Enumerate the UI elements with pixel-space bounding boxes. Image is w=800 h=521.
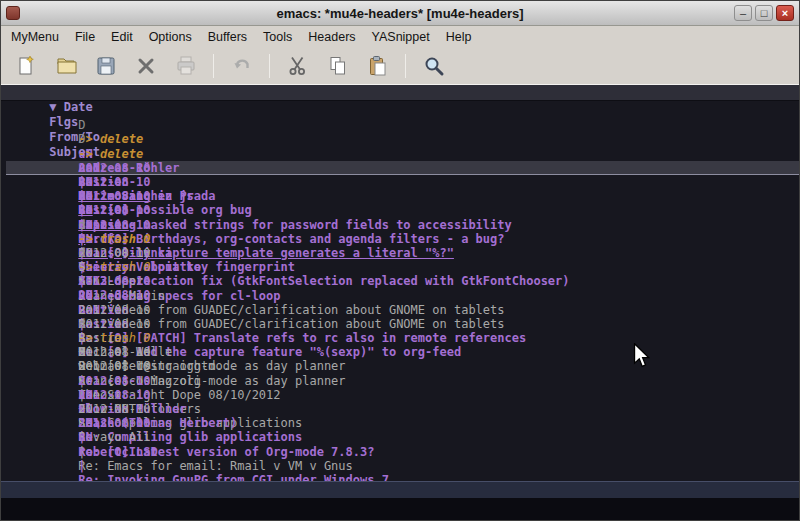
date-cell: -> trash 0 <box>78 260 172 274</box>
window-title: emacs: *mu4e-headers* [mu4e-headers] <box>1 6 799 21</box>
search-button[interactable] <box>417 52 450 81</box>
window-buttons: – □ × <box>734 5 794 21</box>
date-cell: -> trash 0 <box>78 331 172 345</box>
copy-button[interactable] <box>321 52 354 81</box>
mark-indicator: d <box>78 218 92 232</box>
date-cell: 2012-08-10 <box>78 388 172 402</box>
mark-indicator: D <box>78 132 92 146</box>
undo-icon <box>230 54 254 78</box>
menu-item[interactable]: Headers <box>300 27 363 47</box>
date-cell: 2012-08-10 <box>78 317 172 331</box>
emacs-icon <box>6 6 20 20</box>
paste-icon <box>366 54 390 78</box>
emacs-window: emacs: *mu4e-headers* [mu4e-headers] – □… <box>0 0 800 521</box>
title-bar: emacs: *mu4e-headers* [mu4e-headers] – □… <box>1 1 799 26</box>
minibuffer[interactable] <box>1 498 799 520</box>
subject-cell: Re: Emacs for email: Rmail v VM v Gnus <box>78 459 353 473</box>
date-cell: 2012-08-10 <box>78 288 172 302</box>
close-buffer-button[interactable] <box>129 52 162 81</box>
date-cell: 2012-08-09 <box>78 416 172 430</box>
emacs-frame: ▼ Date Flgs From/To Subject D -> delete … <box>1 84 799 520</box>
copy-icon <box>326 54 350 78</box>
toolbar-separator <box>405 54 406 78</box>
maximize-button[interactable]: □ <box>755 5 773 21</box>
toolbar <box>1 48 799 84</box>
message-row[interactable]: D -> delete uaN Bastien | Re: [O] possib… <box>6 118 799 132</box>
mark-indicator: D <box>78 118 92 132</box>
new-file-icon <box>14 54 38 78</box>
paste-button[interactable] <box>361 52 394 81</box>
date-cell: 2012-08-10 <box>78 161 172 175</box>
headers-buffer[interactable]: D -> delete uN Andreas Röhler | Re: movi… <box>1 101 799 481</box>
menu-bar: MyMenu File Edit Options Buffers Tools H… <box>1 26 799 48</box>
message-row[interactable]: D -> delete uN Andreas Röhler | Re: movi… <box>6 104 799 118</box>
menu-item[interactable]: YASnippet <box>364 27 438 47</box>
toolbar-separator <box>269 54 270 78</box>
date-cell: 2012-08-10 <box>78 359 172 373</box>
menu-item[interactable]: Edit <box>103 27 141 47</box>
open-file-button[interactable] <box>49 52 82 81</box>
mark-indicator: d <box>78 317 92 331</box>
date-cell: 2012-08-10 <box>78 345 172 359</box>
cut-button[interactable] <box>281 52 314 81</box>
minimize-button[interactable]: – <box>734 5 752 21</box>
mark-indicator: d <box>78 246 92 260</box>
date-cell: 2012-08-10 <box>78 175 172 189</box>
print-buffer-button <box>169 52 202 81</box>
menu-item[interactable]: File <box>67 27 103 47</box>
open-folder-icon <box>54 54 78 78</box>
close-icon <box>134 54 158 78</box>
menu-item[interactable]: Tools <box>255 27 300 47</box>
toolbar-separator <box>213 54 214 78</box>
thread-indicator: | <box>78 459 92 473</box>
print-icon <box>174 54 198 78</box>
date-cell: -> trash 0 <box>78 232 172 246</box>
from-cell: robertcInSD <box>78 445 217 459</box>
date-cell: 2012-08-10 <box>78 218 172 232</box>
undo-button <box>225 52 258 81</box>
menu-item[interactable]: Options <box>141 27 200 47</box>
save-icon <box>94 54 118 78</box>
date-cell: 2012-08-10 <box>78 246 172 260</box>
date-cell: 2012-08-10 <box>78 274 172 288</box>
save-buffer-button[interactable] <box>89 52 122 81</box>
date-cell: 2012-08-10 <box>78 303 172 317</box>
cut-icon <box>286 54 310 78</box>
headers-column-header: ▼ Date Flgs From/To Subject <box>1 85 799 101</box>
flags-cell: uN <box>78 430 108 444</box>
date-cell: 2012-08-10 <box>78 203 172 217</box>
menu-item[interactable]: Help <box>438 27 480 47</box>
date-cell: 2012-08-10 <box>78 374 172 388</box>
search-icon <box>422 54 446 78</box>
close-button[interactable]: × <box>776 5 794 21</box>
menu-item[interactable]: Buffers <box>200 27 255 47</box>
date-cell: 2012-08-10 <box>78 189 172 203</box>
menu-item[interactable]: MyMenu <box>3 27 67 47</box>
date-cell: -> delete <box>78 132 172 146</box>
mode-line: *mu4e-headers* ( 5, 0) [All/2.0k] [mu4e-… <box>1 481 799 498</box>
date-cell: -> delete <box>78 147 172 161</box>
date-cell: 2012-08-10 <box>78 402 172 416</box>
new-file-button[interactable] <box>9 52 42 81</box>
subject-cell: Re: Invoking GnuPG from CGI under Window… <box>78 473 389 481</box>
